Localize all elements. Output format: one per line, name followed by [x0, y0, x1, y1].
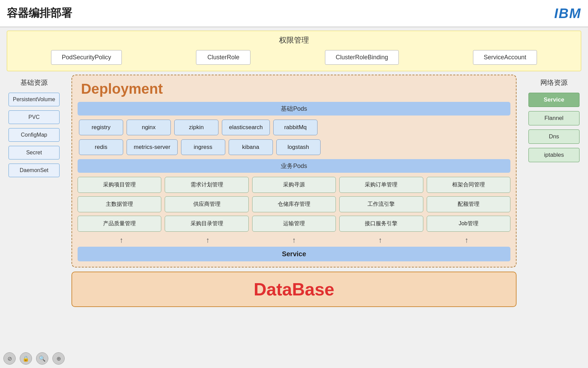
sidebar-item-configmap[interactable]: ConfigMap [9, 128, 60, 142]
service-bar: Service [78, 247, 510, 261]
left-sidebar-title: 基础资源 [20, 78, 48, 87]
pod-ingress[interactable]: ingress [181, 139, 225, 155]
biz-pod-11[interactable]: 采购目录管理 [165, 216, 248, 232]
biz-pod-6[interactable]: 供应商管理 [165, 196, 248, 212]
quanxian-title: 权限管理 [14, 35, 574, 45]
sidebar-item-service[interactable]: Service [528, 93, 579, 107]
center-area: Deployment 基础Pods registry nginx zipkin … [68, 75, 520, 307]
quanxian-item-2[interactable]: ClusterRoleBinding [325, 50, 398, 65]
basic-pods-row2: redis metrics-server ingress kibana logs… [78, 139, 510, 155]
arrow-2: ↑ [251, 236, 337, 245]
ibm-logo: IBM [554, 6, 581, 21]
header: 容器编排部署 IBM [0, 0, 588, 27]
arrow-1: ↑ [165, 236, 251, 245]
toolbar-icon-lock[interactable]: 🔒 [20, 352, 32, 365]
arrow-4: ↑ [423, 236, 510, 245]
biz-pod-9[interactable]: 配额管理 [427, 196, 510, 212]
quanxian-item-0[interactable]: PodSecurityPolicy [51, 50, 121, 65]
right-sidebar-title: 网络资源 [540, 78, 568, 87]
basic-pods-header: 基础Pods [78, 102, 510, 116]
database-title: DataBase [79, 279, 509, 300]
biz-pod-10[interactable]: 产品质量管理 [78, 216, 161, 232]
biz-pod-14[interactable]: Job管理 [427, 216, 510, 232]
biz-pod-7[interactable]: 仓储库存管理 [252, 196, 336, 212]
sidebar-item-dns[interactable]: Dns [528, 129, 579, 144]
quanxian-item-3[interactable]: ServiceAccount [473, 50, 537, 65]
toolbar-icon-slash[interactable]: ⊘ [3, 352, 16, 365]
pod-metrics-server[interactable]: metrics-server [127, 139, 178, 155]
quanxian-item-1[interactable]: ClusterRole [196, 50, 250, 65]
toolbar-icon-plus[interactable]: ⊕ [52, 352, 65, 365]
main-area: 基础资源 PersistentVolume PVC ConfigMap Secr… [0, 75, 588, 307]
biz-pod-13[interactable]: 接口服务引擎 [339, 216, 423, 232]
sidebar-item-flannel[interactable]: Flannel [528, 111, 579, 125]
deployment-title: Deployment [78, 81, 510, 97]
sidebar-item-iptables[interactable]: iptables [528, 148, 579, 162]
biz-pods-header: 业务Pods [78, 159, 510, 173]
basic-pods-row1: registry nginx zipkin elasticsearch rabb… [78, 120, 510, 135]
bottom-toolbar: ⊘ 🔒 🔍 ⊕ [3, 352, 65, 365]
biz-pods-grid: 采购项目管理 需求计划管理 采购寻源 采购订单管理 框架合同管理 主数据管理 供… [78, 177, 510, 232]
biz-pod-1[interactable]: 需求计划管理 [165, 177, 248, 193]
biz-pod-2[interactable]: 采购寻源 [252, 177, 336, 193]
left-sidebar: 基础资源 PersistentVolume PVC ConfigMap Secr… [0, 75, 68, 307]
deployment-container: Deployment 基础Pods registry nginx zipkin … [71, 75, 517, 267]
arrows-row: ↑ ↑ ↑ ↑ ↑ [78, 236, 510, 245]
biz-pod-8[interactable]: 工作流引擎 [339, 196, 423, 212]
arrow-3: ↑ [337, 236, 424, 245]
pod-nginx[interactable]: nginx [127, 120, 171, 135]
pod-zipkin[interactable]: zipkin [174, 120, 218, 135]
page-title: 容器编排部署 [7, 6, 72, 21]
pod-rabbitmq[interactable]: rabbitMq [273, 120, 317, 135]
pod-kibana[interactable]: kibana [229, 139, 273, 155]
arrow-0: ↑ [78, 236, 165, 245]
biz-pod-5[interactable]: 主数据管理 [78, 196, 161, 212]
toolbar-icon-search[interactable]: 🔍 [36, 352, 48, 365]
sidebar-item-daemonset[interactable]: DaemonSet [9, 164, 60, 177]
pod-elasticsearch[interactable]: elasticsearch [222, 120, 270, 135]
right-sidebar: 网络资源 Service Flannel Dns iptables [520, 75, 588, 307]
sidebar-item-secret[interactable]: Secret [9, 146, 60, 159]
biz-pod-3[interactable]: 采购订单管理 [339, 177, 423, 193]
biz-pod-4[interactable]: 框架合同管理 [427, 177, 510, 193]
quanxian-section: 权限管理 PodSecurityPolicy ClusterRole Clust… [7, 31, 581, 71]
pod-registry[interactable]: registry [79, 120, 123, 135]
biz-pod-12[interactable]: 运输管理 [252, 216, 336, 232]
biz-pod-0[interactable]: 采购项目管理 [78, 177, 161, 193]
sidebar-item-pvc[interactable]: PVC [9, 110, 60, 124]
pod-redis[interactable]: redis [79, 139, 123, 155]
quanxian-items: PodSecurityPolicy ClusterRole ClusterRol… [14, 50, 574, 65]
sidebar-item-persistentvolume[interactable]: PersistentVolume [9, 93, 60, 106]
pod-logstash[interactable]: logstash [276, 139, 321, 155]
database-section: DataBase [71, 272, 517, 307]
